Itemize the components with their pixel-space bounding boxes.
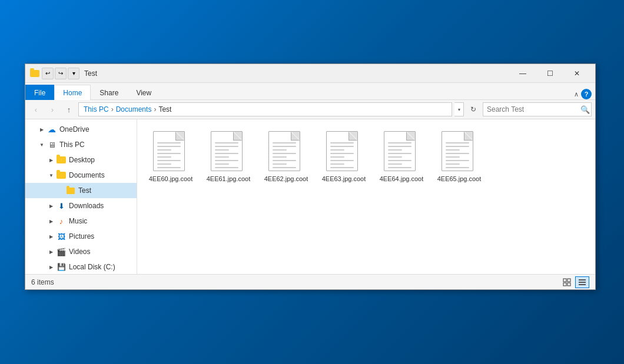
file-item[interactable]: 4EE61.jpg.coot bbox=[202, 126, 255, 185]
qat-undo-button[interactable]: ↩ bbox=[42, 68, 54, 79]
sidebar-label: OneDrive bbox=[59, 125, 89, 133]
breadcrumb-separator: › bbox=[154, 105, 156, 113]
expand-icon: ▶ bbox=[47, 155, 56, 165]
svg-rect-1 bbox=[567, 279, 570, 282]
title-bar: ↩ ↪ ▾ Test — ☐ ✕ bbox=[25, 64, 595, 83]
ribbon: File Home Share View ∧ ? bbox=[25, 83, 595, 100]
qat-redo-button[interactable]: ↪ bbox=[55, 68, 67, 79]
file-name: 4EE62.jpg.coot bbox=[264, 175, 308, 183]
sidebar-item-this-pc[interactable]: ▼ 🖥 This PC bbox=[25, 137, 137, 152]
search-input[interactable] bbox=[483, 105, 579, 113]
expand-icon: ▶ bbox=[47, 247, 56, 256]
downloads-icon: ⬇ bbox=[56, 201, 67, 211]
sidebar-label: Desktop bbox=[69, 156, 95, 164]
svg-rect-6 bbox=[579, 284, 586, 285]
explorer-window: ↩ ↪ ▾ Test — ☐ ✕ File Home Share View ∧ … bbox=[25, 64, 596, 290]
expand-icon: ▶ bbox=[37, 125, 47, 134]
status-bar: 6 items bbox=[25, 274, 595, 289]
expand-icon: ▼ bbox=[37, 140, 47, 149]
breadcrumb-item[interactable]: Documents bbox=[116, 105, 152, 113]
ribbon-help-icon[interactable]: ? bbox=[581, 89, 592, 99]
window-icon bbox=[30, 69, 39, 78]
svg-rect-0 bbox=[563, 279, 566, 282]
sidebar-label: Test bbox=[78, 186, 91, 195]
sidebar-label: Pictures bbox=[69, 232, 94, 241]
window-controls: — ☐ ✕ bbox=[509, 64, 590, 83]
tab-view[interactable]: View bbox=[127, 85, 160, 100]
forward-button[interactable]: › bbox=[45, 102, 59, 116]
breadcrumb-current: Test bbox=[158, 105, 171, 113]
ribbon-collapse-icon[interactable]: ∧ bbox=[574, 91, 579, 98]
file-icon bbox=[153, 131, 188, 172]
svg-rect-4 bbox=[579, 279, 586, 280]
back-button[interactable]: ‹ bbox=[29, 102, 43, 116]
disk-icon: 💾 bbox=[56, 262, 67, 272]
file-icon bbox=[268, 131, 304, 172]
sidebar-item-documents[interactable]: ▼ Documents bbox=[25, 168, 137, 183]
qat-dropdown-button[interactable]: ▾ bbox=[68, 68, 79, 79]
address-path[interactable]: This PC › Documents › Test bbox=[78, 102, 452, 116]
sidebar-item-desktop[interactable]: ▶ Desktop bbox=[25, 152, 137, 168]
search-icon[interactable]: 🔍 bbox=[579, 103, 591, 116]
expand-icon: ▼ bbox=[47, 171, 56, 180]
sidebar-item-onedrive[interactable]: ▶ ☁ OneDrive bbox=[25, 122, 137, 137]
sidebar-item-test[interactable]: ▶ Test bbox=[25, 183, 137, 198]
main-area: ▶ ☁ OneDrive ▼ 🖥 This PC ▶ Des bbox=[25, 119, 595, 274]
breadcrumb: This PC › Documents › Test bbox=[84, 105, 171, 113]
sidebar: ▶ ☁ OneDrive ▼ 🖥 This PC ▶ Des bbox=[25, 119, 137, 274]
tab-share[interactable]: Share bbox=[91, 85, 127, 100]
sidebar-item-videos[interactable]: ▶ 🎬 Videos bbox=[25, 244, 137, 259]
file-area: 4EE60.jpg.coot 4EE61.jpg.coot bbox=[137, 119, 595, 274]
pc-icon: 🖥 bbox=[47, 140, 57, 149]
file-item[interactable]: 4EE63.jpg.coot bbox=[317, 126, 370, 185]
minimize-button[interactable]: — bbox=[509, 64, 536, 83]
grid-view-icon bbox=[563, 278, 571, 286]
file-item[interactable]: 4EE65.jpg.coot bbox=[433, 126, 486, 185]
refresh-button[interactable]: ↻ bbox=[466, 102, 480, 116]
file-name: 4EE63.jpg.coot bbox=[322, 175, 366, 183]
onedrive-icon: ☁ bbox=[47, 125, 57, 134]
sidebar-label: Videos bbox=[69, 248, 90, 256]
breadcrumb-item[interactable]: This PC bbox=[84, 105, 109, 113]
list-view-icon bbox=[578, 278, 586, 286]
file-item[interactable]: 4EE60.jpg.coot bbox=[144, 126, 197, 185]
sidebar-item-downloads[interactable]: ▶ ⬇ Downloads bbox=[25, 198, 137, 213]
quick-access-toolbar: ↩ ↪ ▾ bbox=[42, 68, 79, 79]
svg-rect-2 bbox=[563, 283, 566, 286]
svg-rect-5 bbox=[579, 282, 586, 283]
large-icons-view-button[interactable] bbox=[560, 276, 574, 288]
file-name: 4EE60.jpg.coot bbox=[149, 175, 193, 183]
music-icon: ♪ bbox=[56, 216, 67, 226]
ribbon-tabs: File Home Share View ∧ ? bbox=[25, 83, 595, 99]
folder-icon bbox=[65, 186, 76, 195]
expand-icon: ▶ bbox=[47, 201, 56, 211]
sidebar-label: Documents bbox=[69, 171, 105, 179]
breadcrumb-separator: › bbox=[111, 105, 114, 113]
maximize-button[interactable]: ☐ bbox=[536, 64, 563, 83]
file-item[interactable]: 4EE64.jpg.coot bbox=[375, 126, 428, 185]
sidebar-label: Downloads bbox=[69, 202, 104, 210]
address-dropdown-button[interactable]: ▾ bbox=[454, 102, 464, 116]
file-name: 4EE65.jpg.coot bbox=[437, 175, 482, 183]
window-title: Test bbox=[84, 69, 509, 78]
up-button[interactable]: ↑ bbox=[62, 102, 76, 116]
tab-file[interactable]: File bbox=[25, 85, 54, 100]
close-button[interactable]: ✕ bbox=[563, 64, 590, 83]
tab-home[interactable]: Home bbox=[54, 85, 91, 100]
details-view-button[interactable] bbox=[575, 276, 589, 288]
ribbon-chevron: ∧ ? bbox=[574, 89, 595, 99]
folder-icon bbox=[56, 155, 67, 165]
videos-icon: 🎬 bbox=[56, 247, 67, 256]
sidebar-item-pictures[interactable]: ▶ 🖼 Pictures bbox=[25, 229, 137, 244]
item-count: 6 items bbox=[31, 278, 560, 286]
expand-icon: ▶ bbox=[47, 232, 56, 241]
pictures-icon: 🖼 bbox=[56, 232, 67, 241]
file-name: 4EE64.jpg.coot bbox=[380, 175, 424, 183]
sidebar-item-local-disk[interactable]: ▶ 💾 Local Disk (C:) bbox=[25, 259, 137, 274]
sidebar-item-music[interactable]: ▶ ♪ Music bbox=[25, 213, 137, 229]
sidebar-label: Local Disk (C:) bbox=[69, 263, 115, 271]
file-icon bbox=[326, 131, 361, 172]
files-grid: 4EE60.jpg.coot 4EE61.jpg.coot bbox=[144, 126, 588, 185]
sidebar-label: Music bbox=[69, 217, 87, 225]
file-item[interactable]: 4EE62.jpg.coot bbox=[260, 126, 313, 185]
